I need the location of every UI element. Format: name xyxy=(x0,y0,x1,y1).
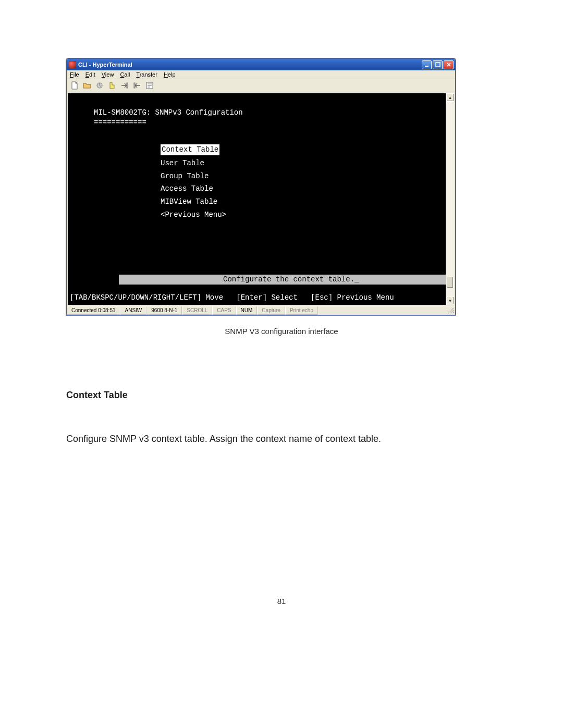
hyperterminal-window: CLI - HyperTerminal File Edit View Call … xyxy=(66,58,456,315)
new-icon[interactable] xyxy=(70,81,79,90)
menu-item-user-table[interactable]: User Table xyxy=(161,158,446,168)
disconnect-icon[interactable] xyxy=(107,81,117,90)
menu-view[interactable]: View xyxy=(102,71,114,78)
terminal[interactable]: MIL-SM8002TG: SNMPv3 Configuration =====… xyxy=(68,93,446,305)
minimize-button[interactable] xyxy=(422,60,432,69)
status-capture: Capture xyxy=(257,306,285,315)
properties-icon[interactable] xyxy=(145,81,154,90)
terminal-hint-bar: Configurate the context table._ xyxy=(75,265,446,294)
menu-item-access-table[interactable]: Access Table xyxy=(161,184,446,194)
status-emulation: ANSIW xyxy=(120,306,147,315)
window-controls xyxy=(422,60,454,69)
status-connected: Connected 0:08:51 xyxy=(67,306,120,315)
connect-icon[interactable] xyxy=(95,81,104,90)
close-button[interactable] xyxy=(444,60,454,69)
receive-icon[interactable] xyxy=(132,81,142,90)
menu-call[interactable]: Call xyxy=(120,71,130,78)
status-port: 9600 8-N-1 xyxy=(146,306,182,315)
section-heading: Context Table xyxy=(66,390,497,401)
send-icon[interactable] xyxy=(120,81,129,90)
svg-rect-3 xyxy=(127,83,128,88)
scroll-down-button[interactable]: ▼ xyxy=(446,297,454,305)
terminal-menu: Context Table User Table Group Table Acc… xyxy=(68,144,446,220)
menu-help[interactable]: Help xyxy=(164,71,176,78)
titlebar: CLI - HyperTerminal xyxy=(67,59,455,70)
page-number: 81 xyxy=(0,597,563,606)
statusbar: Connected 0:08:51 ANSIW 9600 8-N-1 SCROL… xyxy=(67,306,455,315)
menu-edit[interactable]: Edit xyxy=(85,71,95,78)
menu-transfer[interactable]: Transfer xyxy=(136,71,157,78)
status-printecho: Print echo xyxy=(285,306,318,315)
menu-item-previous-menu[interactable]: <Previous Menu> xyxy=(161,210,446,220)
terminal-wrap: MIL-SM8002TG: SNMPv3 Configuration =====… xyxy=(67,92,455,306)
terminal-header-line2: ============ xyxy=(68,118,446,128)
menu-item-mibview-table[interactable]: MIBView Table xyxy=(161,197,446,207)
terminal-hint-text: Configurate the context table._ xyxy=(119,275,446,285)
menu-item-context-table[interactable]: Context Table xyxy=(161,144,219,155)
scroll-track[interactable] xyxy=(446,102,454,297)
scroll-thumb[interactable] xyxy=(447,277,454,288)
maximize-button[interactable] xyxy=(433,60,443,69)
scroll-up-button[interactable]: ▲ xyxy=(446,93,454,102)
svg-rect-1 xyxy=(436,63,440,67)
terminal-nav-line: [TAB/BKSPC/UP/DOWN/RIGHT/LEFT] Move [Ent… xyxy=(70,293,394,303)
menubar: File Edit View Call Transfer Help xyxy=(67,70,455,79)
status-caps: CAPS xyxy=(212,306,236,315)
toolbar xyxy=(67,79,455,92)
figure-caption: SNMP V3 configuration interface xyxy=(66,327,497,336)
status-num: NUM xyxy=(236,306,258,315)
vertical-scrollbar[interactable]: ▲ ▼ xyxy=(446,93,454,305)
menu-file[interactable]: File xyxy=(70,71,79,78)
section-body: Configure SNMP v3 context table. Assign … xyxy=(66,432,497,446)
svg-rect-0 xyxy=(425,66,429,67)
resize-grip-icon[interactable] xyxy=(446,306,455,315)
menu-item-group-table[interactable]: Group Table xyxy=(161,171,446,181)
window-title: CLI - HyperTerminal xyxy=(78,61,422,68)
open-icon[interactable] xyxy=(82,81,92,90)
svg-rect-4 xyxy=(134,83,135,88)
terminal-header-line1: MIL-SM8002TG: SNMPv3 Configuration xyxy=(68,108,446,118)
app-icon xyxy=(69,61,76,68)
status-scroll: SCROLL xyxy=(182,306,212,315)
